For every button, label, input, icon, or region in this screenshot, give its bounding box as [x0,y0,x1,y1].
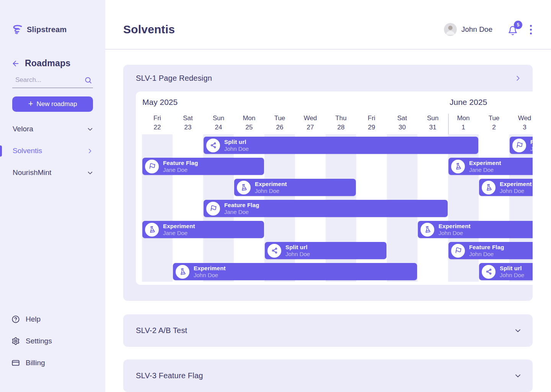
task-bar-experiment[interactable]: ExperimentJane Doe [448,158,533,175]
task-text: Feature FlagJane Doe [163,159,198,173]
chevron-down-icon [87,126,93,132]
section-slv1: SLV-1 Page Redesign May 2025 June 2025 F… [123,65,533,301]
task-bar-split[interactable]: Split urlJohn Doe [265,242,386,259]
chevron-down-icon[interactable] [514,327,522,334]
task-assignee: John Doe [500,272,524,279]
project-label: Solventis [13,147,42,155]
task-bar-flag[interactable]: Feature FlagJane Doe [204,200,448,217]
task-icon-circle [421,223,434,237]
task-text: ExperimentJohn Doe [439,222,471,237]
task-bar-flag[interactable]: Feature FlagJohn Doe [510,137,533,154]
new-roadmap-button[interactable]: + New roadmap [12,96,93,112]
sidebar-item-nourishmint[interactable]: NourishMint [0,164,105,181]
sidebar-item-settings[interactable]: Settings [0,333,105,350]
day-header: Mon25 [234,114,264,132]
project-label: Velora [13,125,33,133]
task-assignee: Jane Doe [224,209,259,216]
day-header: Fri22 [142,114,173,132]
section-title: SLV-1 Page Redesign [136,74,212,83]
notifications-button[interactable]: 5 [508,23,519,36]
section-slv3: SLV-3 Feature Flag [123,359,533,392]
section-slv1-header[interactable]: SLV-1 Page Redesign [123,65,533,91]
split-url-icon [485,268,492,275]
help-circle-icon [11,315,20,323]
chevron-right-icon [87,148,93,154]
task-bar-experiment[interactable]: ExperimentJohn Doe [173,263,417,280]
content: SLV-1 Page Redesign May 2025 June 2025 F… [105,49,551,392]
task-assignee: Jane Doe [469,167,501,173]
day-header: Sun24 [203,114,234,132]
new-roadmap-label: New roadmap [37,100,77,108]
task-bar-experiment[interactable]: ExperimentJane Doe [142,221,264,238]
task-icon-circle [206,202,220,216]
task-title: Feature Flag [163,159,198,167]
task-title: Feature Flag [224,201,259,209]
task-icon-circle [206,139,220,152]
task-assignee: John Doe [469,251,504,258]
experiment-flask-icon [179,268,186,275]
chevron-right-icon[interactable] [514,75,522,82]
day-header: Sat30 [387,114,417,132]
task-icon-circle [145,160,159,173]
flag-icon [455,247,462,254]
experiment-flask-icon [455,163,462,170]
task-bar-split[interactable]: Split urlJohn Doe [479,263,533,280]
credit-card-icon [11,359,20,367]
task-title: Feature Flag [530,138,533,145]
experiment-flask-icon [240,184,248,191]
footer-label: Help [26,315,41,323]
roadmaps-back[interactable]: Roadmaps [11,58,105,69]
sidebar-item-billing[interactable]: Billing [0,354,105,371]
column-stripe [448,134,479,282]
task-assignee: Jane Doe [163,230,195,237]
task-text: ExperimentJane Doe [163,222,195,237]
task-text: ExperimentJohn Doe [255,180,287,194]
task-assignee: John Doe [194,272,226,279]
column-stripe [142,134,173,282]
search-icon[interactable] [84,76,92,84]
task-assignee: John Doe [439,230,471,237]
sidebar-item-velora[interactable]: Velora [0,121,105,137]
app-logo: Slipstream [11,24,105,35]
task-assignee: Jane Doe [163,167,198,173]
user-name[interactable]: John Doe [461,25,492,34]
chevron-down-icon [87,170,93,176]
task-bar-flag[interactable]: Feature FlagJohn Doe [448,242,533,259]
day-header: Sun31 [417,114,448,132]
task-text: Split urlJohn Doe [500,265,524,279]
task-text: Split urlJohn Doe [224,138,249,152]
task-assignee: John Doe [285,251,310,258]
task-icon-circle [451,160,465,173]
task-text: ExperimentJohn Doe [194,265,226,279]
task-bar-experiment[interactable]: ExperimentJohn Doe [418,221,533,238]
sidebar-footer: HelpSettingsBilling [0,311,105,392]
plus-icon: + [28,100,33,108]
task-icon-circle [267,244,281,258]
task-text: ExperimentJane Doe [469,159,501,173]
day-header: Wed27 [295,114,326,132]
search-input[interactable] [12,75,93,88]
task-title: Experiment [469,159,501,167]
kebab-menu-icon[interactable] [529,24,533,35]
gantt-rows: Split urlJohn DoeFeature FlagJohn DoeFea… [136,134,533,282]
sidebar: Slipstream Roadmaps + New roadmap Velora… [0,0,105,392]
task-assignee: John Doe [530,145,533,152]
task-bar-flag[interactable]: Feature FlagJane Doe [142,158,264,175]
task-text: Split urlJohn Doe [285,243,310,258]
task-bar-experiment[interactable]: ExperimentJohn Doe [234,179,356,196]
task-bar-split[interactable]: Split urlJohn Doe [204,137,478,154]
search-row [12,75,93,88]
section-slv2-header[interactable]: SLV-2 A/B Test [123,314,533,347]
task-assignee: John Doe [255,188,287,194]
section-slv3-header[interactable]: SLV-3 Feature Flag [123,359,533,392]
task-title: Feature Flag [469,243,504,251]
sidebar-item-help[interactable]: Help [0,311,105,328]
chevron-down-icon[interactable] [514,372,522,379]
task-bar-experiment[interactable]: ExperimentJohn Doe [479,179,533,196]
sidebar-item-solventis[interactable]: Solventis [0,142,105,159]
task-icon-circle [451,244,465,258]
avatar[interactable] [444,23,457,36]
section-title: SLV-3 Feature Flag [136,371,203,380]
day-header: Wed3 [509,114,533,132]
main-area: Solventis John Doe 5 SLV-1 Page Redesign… [105,0,551,392]
